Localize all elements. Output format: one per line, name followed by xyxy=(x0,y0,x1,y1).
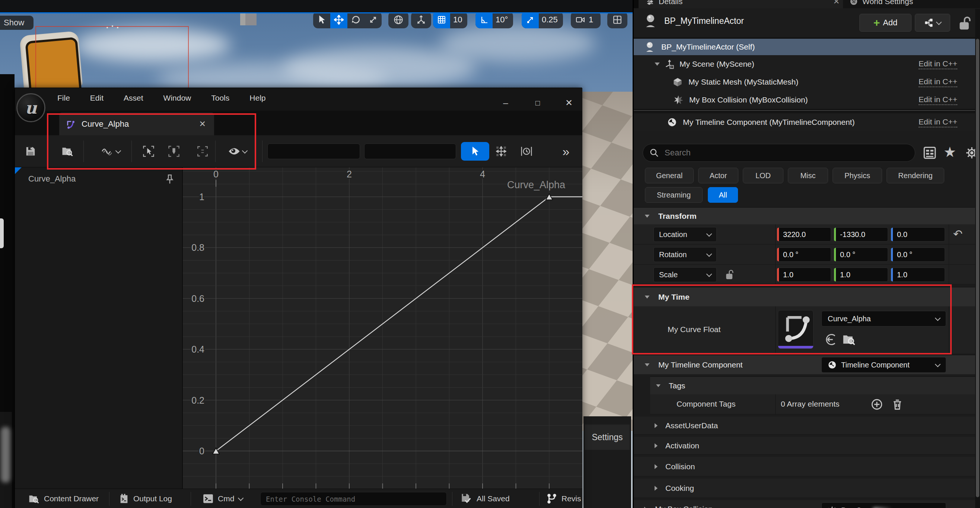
scale-snap-value[interactable]: 0.25 xyxy=(539,15,563,25)
time-controls-button[interactable] xyxy=(515,143,538,160)
settings-button[interactable]: Settings xyxy=(585,425,630,450)
my-timeline-component-header[interactable]: My Timeline Component Timeline Component xyxy=(634,355,975,374)
key-value-input[interactable] xyxy=(364,144,456,159)
scale-snap-control[interactable]: 0.25 xyxy=(522,13,563,28)
rotation-y-input[interactable]: 0.0 ° xyxy=(834,248,888,262)
minimize-button[interactable]: – xyxy=(499,96,512,110)
revision-control-button[interactable]: Revis xyxy=(547,492,582,506)
visibility-options-button[interactable] xyxy=(223,143,251,160)
output-log-button[interactable]: Output Log xyxy=(119,492,172,506)
location-dropdown[interactable]: Location xyxy=(654,227,717,242)
maximize-button[interactable]: □ xyxy=(531,96,544,110)
console-command-input[interactable] xyxy=(260,492,447,506)
surface-snapping-button[interactable] xyxy=(411,13,431,28)
rotation-snap-value[interactable]: 10° xyxy=(493,15,513,25)
tree-row-my-scene[interactable]: C My Scene (MyScene) Edit in C++ xyxy=(634,55,975,73)
browse-to-asset-icon[interactable] xyxy=(842,333,856,346)
scale-lock-open-icon[interactable] xyxy=(725,269,735,280)
menu-asset[interactable]: Asset xyxy=(123,91,144,105)
camera-speed-value[interactable]: 1 xyxy=(588,15,598,25)
camera-speed-control[interactable]: 1 xyxy=(571,13,601,28)
tab-world-settings[interactable]: World Settings xyxy=(843,0,980,8)
expander-down-icon[interactable] xyxy=(645,296,650,299)
camera-speed-button[interactable] xyxy=(573,13,588,28)
search-input[interactable] xyxy=(664,148,908,158)
tree-row-my-timeline-component[interactable]: My Timeline Component (MyTimelineCompone… xyxy=(634,113,975,131)
timeline-component-dropdown[interactable]: Timeline Component xyxy=(821,357,946,373)
curve-view-modes-button[interactable] xyxy=(97,143,124,160)
location-y-input[interactable]: -1330.0 xyxy=(834,227,888,241)
tab-close-icon[interactable]: ✕ xyxy=(833,0,840,6)
scale-snap-toggle[interactable] xyxy=(522,13,539,28)
select-keys-button[interactable] xyxy=(140,143,157,160)
expander-down-icon[interactable] xyxy=(645,215,650,218)
filter-lod[interactable]: LOD xyxy=(743,168,783,184)
add-element-icon[interactable] xyxy=(870,398,883,411)
tab-details[interactable]: Details ✕ xyxy=(639,0,846,8)
asset-user-data-row[interactable]: AssetUserData xyxy=(634,417,975,435)
rotation-z-input[interactable]: 0.0 ° xyxy=(891,248,945,262)
curve-graph-area[interactable]: 02410.80.60.40.20 Curve_Alpha xyxy=(183,167,582,489)
expander-down-icon[interactable] xyxy=(645,363,650,366)
show-menu-button[interactable]: Show xyxy=(0,16,33,30)
favorites-star-icon[interactable]: ★ xyxy=(943,144,956,160)
save-status-button[interactable]: All Saved xyxy=(461,492,510,506)
add-component-button[interactable]: + Add xyxy=(859,14,912,32)
viewport-layout-button[interactable] xyxy=(607,13,627,28)
unlocked-icon[interactable] xyxy=(958,16,972,30)
curve-alpha-tab[interactable]: Curve_Alpha ✕ xyxy=(59,113,214,135)
reset-to-default-icon[interactable]: ↶ xyxy=(953,227,963,240)
key-time-input[interactable] xyxy=(267,144,360,159)
scale-dropdown[interactable]: Scale xyxy=(654,267,717,282)
menu-file[interactable]: File xyxy=(57,91,71,105)
filter-general[interactable]: General xyxy=(645,168,694,184)
menu-edit[interactable]: Edit xyxy=(89,91,104,105)
cmd-selector[interactable]: Cmd xyxy=(203,492,243,506)
grid-snap-toggle[interactable] xyxy=(433,13,450,28)
toolbar-overflow-button[interactable]: » xyxy=(555,143,577,160)
rotation-snap-toggle[interactable] xyxy=(476,13,493,28)
save-button[interactable] xyxy=(22,143,39,160)
filter-physics[interactable]: Physics xyxy=(832,168,882,184)
curve-asset-dropdown[interactable]: Curve_Alpha xyxy=(821,311,946,326)
world-space-button[interactable] xyxy=(388,13,409,28)
edit-in-cpp-link[interactable]: Edit in C++ xyxy=(919,59,957,69)
edit-in-cpp-link[interactable]: Edit in C++ xyxy=(919,77,957,87)
tree-row-my-box-collision[interactable]: My Box Collision (MyBoxCollision) Edit i… xyxy=(634,91,975,109)
filter-actor[interactable]: Actor xyxy=(698,168,738,184)
grid-snap-control[interactable]: 10 xyxy=(433,13,467,28)
curve-asset-thumbnail[interactable] xyxy=(778,310,814,349)
details-scrollbar[interactable] xyxy=(975,9,980,508)
filter-all[interactable]: All xyxy=(708,187,738,203)
menu-window[interactable]: Window xyxy=(163,91,192,105)
pan-mode-button[interactable] xyxy=(493,143,510,160)
tree-row-self[interactable]: BP_MyTimelineActor (Self) xyxy=(634,39,975,55)
collision-row[interactable]: Collision xyxy=(634,457,975,476)
filter-streaming[interactable]: Streaming xyxy=(645,187,703,203)
frame-selection-button[interactable] xyxy=(194,143,211,160)
tree-row-my-static-mesh[interactable]: My Static Mesh (MyStaticMesh) Edit in C+… xyxy=(634,73,975,91)
tab-close-icon[interactable]: ✕ xyxy=(199,119,206,129)
edit-in-cpp-link[interactable]: Edit in C++ xyxy=(919,117,957,128)
scale-tool-button[interactable] xyxy=(364,13,382,28)
scale-y-input[interactable]: 1.0 xyxy=(834,268,888,282)
curve-tree-item[interactable]: Curve_Alpha xyxy=(28,174,76,184)
display-mode-icon[interactable] xyxy=(923,146,936,160)
curve-graph-svg[interactable]: 02410.80.60.40.20 xyxy=(183,167,582,489)
menu-tools[interactable]: Tools xyxy=(210,91,230,105)
rotation-x-input[interactable]: 0.0 ° xyxy=(777,248,831,262)
scrollbar-thumb[interactable] xyxy=(976,39,979,497)
grid-snap-value[interactable]: 10 xyxy=(450,15,467,25)
menu-help[interactable]: Help xyxy=(249,91,266,105)
move-tool-button[interactable] xyxy=(330,13,347,28)
blueprint-hierarchy-button[interactable] xyxy=(915,14,950,32)
rotation-snap-control[interactable]: 10° xyxy=(476,13,513,28)
box-collision-dropdown[interactable]: Box Co xyxy=(821,502,946,508)
expander-down-icon[interactable] xyxy=(656,384,660,387)
curve-tree-panel[interactable]: Curve_Alpha xyxy=(15,167,183,489)
filter-misc[interactable]: Misc xyxy=(788,168,828,184)
tags-section-header[interactable]: Tags xyxy=(650,377,975,394)
scale-x-input[interactable]: 1.0 xyxy=(777,268,831,282)
transform-section-header[interactable]: Transform xyxy=(634,207,975,224)
activation-row[interactable]: Activation xyxy=(634,437,975,455)
